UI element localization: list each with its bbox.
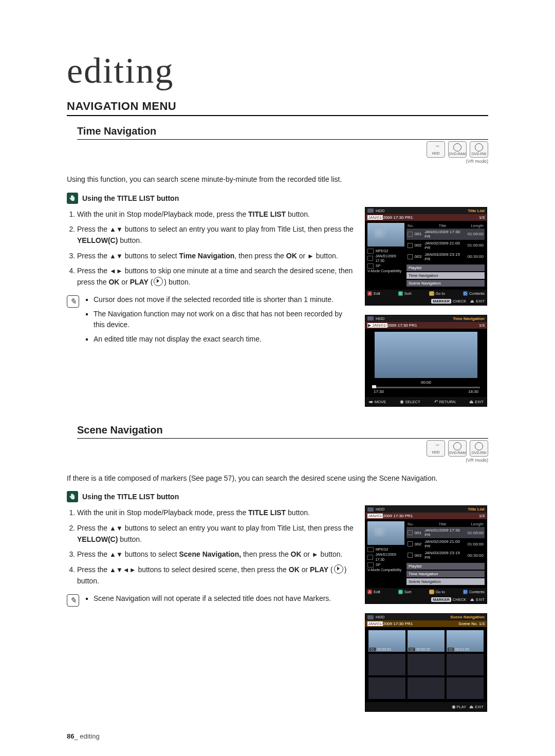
hdd-icon: ▭	[432, 144, 439, 151]
ok-button-icon: ◉	[400, 399, 404, 404]
note-icon: ✎	[67, 594, 79, 607]
osd-scene-cell: 0300:01:05	[447, 630, 484, 652]
ok-button-icon: ◉	[452, 704, 456, 709]
note-item: An edited title may not display the exac…	[94, 334, 354, 345]
osd-title-row: 001JAN/01/2009 17:30 PR01:00:00	[406, 229, 485, 240]
osd-scene-cell	[368, 654, 405, 675]
right-arrow-icon: ►	[312, 551, 319, 558]
osd-menu-time-navigation: Time Navigation	[406, 571, 485, 577]
osd-menu-time-navigation: Time Navigation	[406, 272, 485, 279]
time-nav-touch-row: Using the TITLE LIST button	[67, 193, 488, 204]
osd-scene-cell	[408, 654, 445, 675]
step-3: Press the ▲▼ buttons to select Scene Nav…	[77, 549, 354, 560]
scene-nav-touch-label: Using the TITLE LIST button	[82, 493, 179, 501]
clock-icon	[367, 256, 373, 261]
vr-mode-note: (VR mode)	[427, 458, 488, 463]
scene-nav-notes: ✎ Scene Navigation will not operate if a…	[67, 593, 354, 608]
subheading-time-navigation: Time Navigation	[77, 125, 488, 140]
up-down-arrow-icon: ▲▼	[109, 551, 123, 558]
up-down-arrow-icon: ▲▼	[109, 524, 123, 532]
disc-icon	[475, 143, 483, 152]
step-1: With the unit in Stop mode/Playback mode…	[77, 209, 354, 220]
osd-preview-thumb	[375, 332, 477, 378]
scene-nav-touch-row: Using the TITLE LIST button	[67, 491, 488, 502]
osd-title-row: 003JAN/03/2009 23:15 PR00:30:00	[406, 550, 485, 561]
return-icon: ↶	[434, 399, 438, 404]
osd-title-list-timenav: HDDTitle List JAN/01/2009 17:30 PR11/3 M…	[365, 207, 487, 306]
osd-preview-thumb	[367, 521, 404, 545]
osd-menu-scene-navigation: Scene Navigation	[406, 578, 485, 585]
exit-icon: ⏏	[469, 399, 474, 404]
osd-title-row: 002JAN/02/2009 21:00 PR01:00:00	[406, 538, 485, 550]
chapter-title: editing	[67, 56, 488, 85]
osd-scene-cell	[368, 677, 405, 699]
osd-menu-playlist: Playlist	[406, 264, 485, 271]
osd-scene-cell	[408, 677, 445, 699]
osd-scene-cell: 0200:00:35	[408, 630, 445, 652]
disc-icon	[475, 442, 483, 450]
osd-title-list-scenenav: HDDTitle List JAN/01/2009 17:30 PR11/3 M…	[365, 505, 487, 604]
all-arrow-icon: ▲▼◄►	[109, 566, 136, 574]
osd-menu-scene-navigation: Scene Navigation	[406, 280, 485, 287]
osd-title-row: 003JAN/03/2009 23:15 PR00:30:00	[406, 251, 485, 262]
exit-icon: ⏏	[470, 597, 474, 602]
page-number: 86	[67, 732, 74, 740]
badge-dvd-ram: DVD-RAM	[448, 440, 467, 457]
note-item: Scene Navigation will not operate if a s…	[94, 593, 331, 604]
osd-timeline-bar	[372, 387, 480, 388]
subheading-scene-navigation: Scene Navigation	[77, 424, 488, 439]
osd-scene-cell	[447, 654, 484, 675]
exit-icon: ⏏	[469, 704, 474, 709]
codec-icon	[367, 547, 374, 552]
drive-icon	[367, 316, 374, 320]
badge-hdd: ▭HDD	[427, 440, 445, 457]
clock-icon	[367, 555, 373, 560]
scene-nav-intro: If there is a title composed of markers …	[67, 473, 488, 484]
hdd-icon: ▭	[432, 443, 439, 450]
hand-touch-icon	[67, 193, 78, 204]
up-down-arrow-icon: ▲▼	[109, 225, 123, 233]
step-4: Press the ▲▼◄► buttons to select desired…	[77, 564, 354, 587]
osd-title-row: 002JAN/02/2009 21:00 PR01:00:00	[406, 240, 485, 251]
note-item: Cursor does not move if the selected rec…	[94, 294, 354, 306]
quality-icon	[367, 562, 374, 568]
osd-preview-thumb	[367, 223, 404, 247]
applicable-disc-badges: ▭HDD DVD-RAM DVD-RW (VR mode)	[427, 439, 488, 463]
step-2: Press the ▲▼ buttons to select an entry …	[77, 224, 354, 246]
drive-icon	[367, 507, 374, 512]
badge-dvd-rw: DVD-RW	[470, 141, 488, 158]
right-arrow-icon: ►	[307, 252, 314, 260]
step-1: With the unit in Stop mode/Playback mode…	[77, 507, 354, 519]
osd-title-row: 001JAN/01/2009 17:30 PR01:00:00	[406, 527, 485, 538]
osd-time-navigation: HDDTime Navigation ▶ JAN/01/2009 17:30 P…	[365, 315, 487, 407]
drive-icon	[367, 209, 374, 213]
time-nav-notes: ✎ Cursor does not move if the selected r…	[67, 294, 354, 348]
badge-dvd-ram: DVD-RAM	[448, 141, 467, 158]
time-nav-touch-label: Using the TITLE LIST button	[82, 194, 179, 202]
step-2: Press the ▲▼ buttons to select an entry …	[77, 523, 354, 545]
osd-scene-cell: 0100:00:05	[368, 630, 405, 652]
badge-dvd-rw: DVD-RW	[470, 440, 488, 457]
note-item: The Navigation function may not work on …	[94, 309, 354, 331]
hand-touch-icon	[67, 491, 78, 502]
left-right-arrow-icon: ◄►	[109, 267, 123, 275]
up-down-arrow-icon: ▲▼	[109, 252, 123, 260]
exit-icon: ⏏	[470, 299, 474, 304]
time-nav-intro: Using this function, you can search scen…	[67, 174, 488, 185]
codec-icon	[367, 249, 374, 254]
drive-icon	[367, 615, 374, 619]
step-4: Press the ◄► buttons to skip one minute …	[77, 266, 354, 288]
osd-scene-navigation: HDDScene Navigation JAN/01/2009 17:30 PR…	[365, 613, 487, 712]
vr-mode-note: (VR mode)	[427, 159, 488, 164]
quality-icon	[367, 263, 374, 269]
section-heading-navigation-menu: NAVIGATION MENU	[67, 100, 488, 116]
time-nav-steps: With the unit in Stop mode/Playback mode…	[67, 209, 354, 288]
page-footer: 86_ editing	[67, 732, 488, 740]
left-right-arrow-icon: ◂▸	[368, 399, 374, 404]
play-icon	[334, 564, 343, 574]
note-icon: ✎	[67, 295, 79, 308]
disc-icon	[453, 143, 461, 152]
play-icon	[154, 277, 163, 286]
osd-scene-cell	[447, 677, 484, 699]
disc-icon	[453, 442, 461, 450]
